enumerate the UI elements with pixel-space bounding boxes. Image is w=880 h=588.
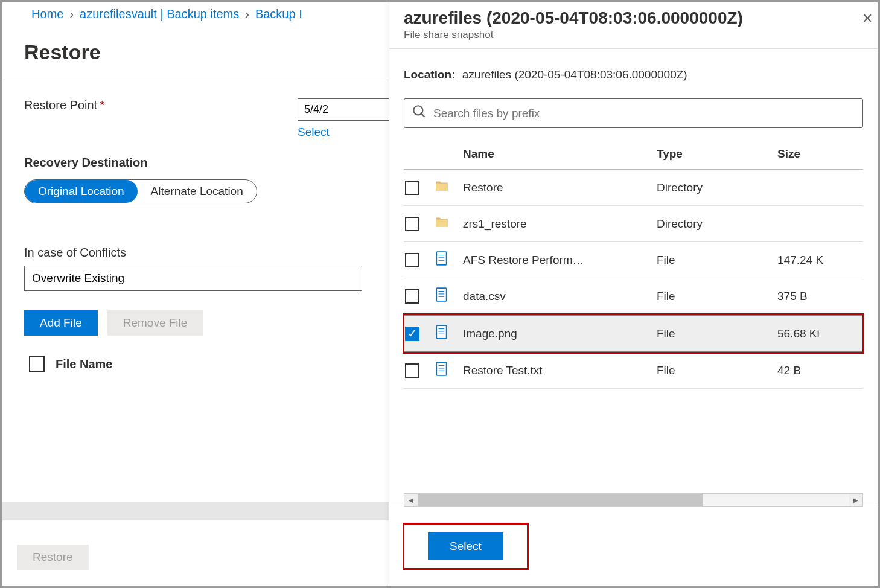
row-size: 42 B xyxy=(777,364,862,377)
row-type: File xyxy=(657,364,777,377)
row-size: 375 B xyxy=(777,290,862,303)
column-type: Type xyxy=(657,147,777,161)
table-row[interactable]: AFS Restore Perform…File147.24 K xyxy=(404,242,863,278)
file-list-checkbox-all[interactable] xyxy=(29,356,45,372)
svg-rect-14 xyxy=(436,362,446,375)
breadcrumb-vault[interactable]: azurefilesvault | Backup items xyxy=(80,7,239,21)
folder-icon xyxy=(434,178,463,197)
svg-rect-2 xyxy=(436,252,446,265)
breadcrumb-home[interactable]: Home xyxy=(31,7,63,21)
search-input[interactable] xyxy=(433,107,855,120)
row-checkbox[interactable] xyxy=(405,289,419,304)
folder-icon xyxy=(434,214,463,233)
table-row[interactable]: data.csvFile375 B xyxy=(404,278,863,315)
row-type: Directory xyxy=(657,217,777,231)
horizontal-scrollbar[interactable]: ◀ ▶ xyxy=(404,493,863,507)
row-checkbox[interactable] xyxy=(405,363,419,378)
row-type: File xyxy=(657,327,777,340)
file-icon xyxy=(434,287,463,305)
search-icon xyxy=(412,104,427,123)
select-button-highlight: Select xyxy=(404,524,528,569)
breadcrumb-backup-items[interactable]: Backup I xyxy=(255,7,302,21)
row-name: Restore Test.txt xyxy=(463,364,657,377)
alternate-location-option[interactable]: Alternate Location xyxy=(138,180,257,203)
restore-button[interactable]: Restore xyxy=(17,545,89,570)
row-name: data.csv xyxy=(463,290,657,303)
table-row[interactable]: RestoreDirectory xyxy=(404,170,863,206)
file-icon xyxy=(434,251,463,269)
row-size: 56.68 Ki xyxy=(777,327,862,340)
close-icon[interactable]: ✕ xyxy=(862,11,873,27)
add-file-button[interactable]: Add File xyxy=(24,310,98,336)
row-checkbox[interactable] xyxy=(405,217,419,231)
recovery-destination-toggle: Original Location Alternate Location xyxy=(24,179,257,203)
restore-point-label: Restore Point* xyxy=(24,98,104,112)
search-files-field[interactable] xyxy=(404,98,863,128)
chevron-right-icon: › xyxy=(245,7,249,21)
row-size: 147.24 K xyxy=(777,254,862,267)
column-name: Name xyxy=(463,147,657,161)
scroll-right-icon[interactable]: ▶ xyxy=(849,494,862,506)
original-location-option[interactable]: Original Location xyxy=(25,180,138,203)
row-name: Restore xyxy=(463,181,657,194)
svg-line-1 xyxy=(421,113,424,117)
conflicts-select[interactable] xyxy=(24,266,362,291)
flyout-subtitle: File share snapshot xyxy=(404,29,863,41)
file-share-snapshot-panel: azurefiles (2020-05-04T08:03:06.0000000Z… xyxy=(389,2,878,586)
svg-rect-6 xyxy=(436,288,446,301)
row-type: File xyxy=(657,254,777,267)
row-checkbox[interactable] xyxy=(405,327,419,341)
file-icon xyxy=(434,324,463,343)
select-button[interactable]: Select xyxy=(428,532,503,560)
row-type: File xyxy=(657,290,777,303)
file-icon xyxy=(434,361,463,380)
table-row[interactable]: Restore Test.txtFile42 B xyxy=(404,353,863,389)
row-name: zrs1_restore xyxy=(463,217,657,231)
chevron-right-icon: › xyxy=(69,7,74,21)
row-name: Image.png xyxy=(463,327,657,340)
table-row[interactable]: Image.pngFile56.68 Ki xyxy=(404,315,863,353)
svg-rect-10 xyxy=(436,325,446,339)
grid-header: Name Type Size xyxy=(404,139,863,170)
scroll-left-icon[interactable]: ◀ xyxy=(404,494,418,506)
file-name-column-header: File Name xyxy=(56,357,112,371)
row-checkbox[interactable] xyxy=(405,181,419,195)
flyout-title: azurefiles (2020-05-04T08:03:06.0000000Z… xyxy=(404,8,863,28)
svg-point-0 xyxy=(413,106,422,115)
remove-file-button[interactable]: Remove File xyxy=(107,310,203,336)
select-restore-point-link[interactable]: Select xyxy=(298,126,330,139)
row-name: AFS Restore Perform… xyxy=(463,254,657,267)
table-row[interactable]: zrs1_restoreDirectory xyxy=(404,206,863,242)
row-checkbox[interactable] xyxy=(405,253,419,267)
row-type: Directory xyxy=(657,181,777,194)
column-size: Size xyxy=(777,147,862,161)
location-row: Location: azurefiles (2020-05-04T08:03:0… xyxy=(404,68,863,81)
